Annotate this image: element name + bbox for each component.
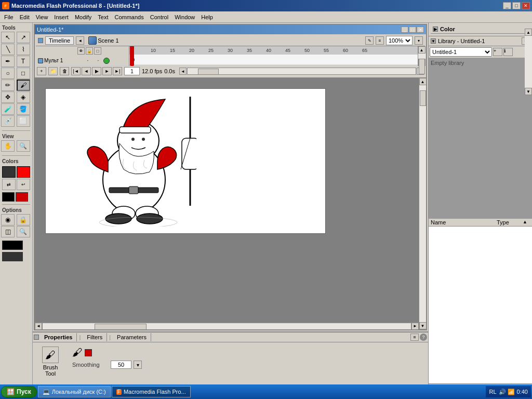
library-panel-collapse[interactable]: ▼ [431, 38, 436, 44]
smoothing-input[interactable] [111, 361, 131, 369]
tool-lasso[interactable]: ⌇ [17, 44, 30, 55]
layer-lock[interactable]: · [93, 58, 103, 63]
brush-color-icon[interactable]: 🖌 [72, 347, 83, 358]
menu-insert[interactable]: Insert [51, 13, 72, 21]
tab-parameters[interactable]: Parameters [113, 333, 151, 341]
sort-icon[interactable]: ▲ [523, 219, 530, 225]
menu-view[interactable]: View [33, 13, 51, 21]
add-layer-folder-btn[interactable]: 📁 [48, 67, 58, 75]
rpanel-vscroll-up[interactable]: ▲ [525, 29, 532, 36]
fw-close[interactable]: ✕ [417, 26, 424, 33]
frame-number[interactable] [124, 67, 140, 75]
tool-pencil[interactable]: ✏ [1, 79, 15, 91]
tab-filters[interactable]: Filters [83, 333, 107, 341]
eye-toggle[interactable]: 👁 [77, 47, 85, 55]
document-tab[interactable]: Untitled-1* [37, 26, 63, 33]
menu-window[interactable]: Window [171, 13, 198, 21]
stage-vscroll-up[interactable]: ▲ [419, 78, 427, 85]
zoom-dropdown[interactable]: ▾ [415, 36, 423, 45]
tool-fill[interactable]: ◈ [17, 91, 30, 103]
menu-modify[interactable]: Modify [72, 13, 95, 21]
fw-maximize[interactable]: □ [409, 26, 416, 33]
tool-line[interactable]: ╲ [1, 44, 15, 55]
vscroll-up[interactable]: ▲ [418, 46, 425, 54]
layer-visibility[interactable]: · [83, 58, 93, 63]
stage-container[interactable] [35, 78, 419, 322]
fw-minimize[interactable]: _ [401, 26, 408, 33]
props-collapse[interactable] [34, 335, 39, 340]
vscroll-thumb[interactable] [419, 59, 425, 74]
stage-vscroll-down[interactable]: ▼ [419, 322, 427, 329]
default-colors-btn[interactable]: ↩ [17, 179, 30, 190]
tool-rect[interactable]: □ [17, 68, 30, 79]
rpanel-vscroll-down[interactable]: ▼ [525, 88, 532, 95]
vscroll-track[interactable] [418, 54, 425, 59]
tool-eraser[interactable]: ⬜ [17, 115, 30, 127]
option-btn-3[interactable]: ◫ [1, 226, 15, 237]
stage-hscroll-right[interactable]: ► [411, 323, 419, 330]
stroke-swatch[interactable] [2, 192, 15, 202]
menu-control[interactable]: Control [147, 13, 171, 21]
timeline-collapse[interactable] [38, 38, 43, 43]
tool-brush[interactable]: 🖌 [17, 79, 30, 91]
maximize-button[interactable]: □ [512, 2, 521, 9]
lock-toggle[interactable]: 🔒 [86, 47, 93, 55]
menu-file[interactable]: File [1, 13, 17, 21]
layer-name[interactable]: Мульт 1 [44, 58, 63, 63]
library-props[interactable]: ℹ [503, 48, 513, 56]
stroke-color-btn[interactable] [2, 166, 16, 178]
stage-vscroll-track[interactable] [419, 85, 427, 322]
tool-ink[interactable]: 🧪 [1, 103, 15, 115]
stage-hscroll-track[interactable] [42, 323, 411, 330]
taskbar-item-explorer[interactable]: 💻 Локальный диск (С:) [38, 386, 111, 397]
add-layer-btn[interactable]: + [37, 67, 46, 75]
fill-color-btn[interactable] [17, 166, 30, 178]
menu-commands[interactable]: Commands [111, 13, 147, 21]
delete-layer-btn[interactable]: 🗑 [60, 67, 69, 75]
tool-eyedropper[interactable]: 💉 [1, 115, 15, 127]
library-new-symbol[interactable]: + [493, 48, 502, 56]
tool-paint-bucket[interactable]: 🪣 [17, 103, 30, 115]
option-btn-1[interactable]: ◉ [1, 214, 15, 225]
props-menu-btn[interactable]: ≡ [410, 334, 419, 341]
hscroll-track[interactable] [187, 68, 416, 75]
outline-toggle[interactable]: □ [94, 47, 101, 55]
tool-text[interactable]: T [17, 56, 30, 67]
color-panel-collapse[interactable]: ▶ [433, 26, 438, 32]
menu-help[interactable]: Help [198, 13, 216, 21]
hscroll-thumb[interactable] [198, 69, 219, 75]
fill-color-swatch[interactable] [85, 349, 92, 356]
nav-back[interactable]: ◄ [76, 36, 84, 45]
option-btn-2[interactable]: 🔒 [17, 214, 30, 225]
taskbar-item-flash[interactable]: F Macromedia Flash Pro... [112, 386, 191, 397]
stage-hscroll-thumb[interactable] [95, 324, 147, 330]
tool-oval[interactable]: ○ [1, 68, 15, 79]
menu-text[interactable]: Text [95, 13, 111, 21]
option-btn-4[interactable]: 🔍 [17, 226, 30, 237]
prev-frame-btn[interactable]: ◄ [82, 67, 91, 75]
props-help-btn[interactable]: ? [420, 334, 427, 341]
tool-hand[interactable]: ✋ [1, 140, 15, 152]
tool-zoom[interactable]: 🔍 [17, 140, 30, 152]
last-frame-btn[interactable]: ►| [113, 67, 122, 75]
rpanel-vscroll-track[interactable] [525, 36, 532, 88]
stage[interactable] [45, 88, 326, 234]
next-frame-btn[interactable]: ► [102, 67, 112, 75]
playhead-marker[interactable] [130, 46, 134, 55]
first-frame-btn[interactable]: |◄ [71, 67, 81, 75]
tab-properties[interactable]: Properties [40, 333, 77, 341]
stage-hscroll-left[interactable]: ◄ [35, 323, 42, 330]
close-button[interactable]: ✕ [522, 2, 530, 9]
tool-arrow[interactable]: ↖ [1, 32, 15, 43]
nav-scene[interactable]: ≡ [376, 36, 384, 45]
start-button[interactable]: 🪟 Пуск [1, 386, 37, 397]
tool-subselect[interactable]: ↗ [17, 32, 30, 43]
nav-edit[interactable]: ✎ [365, 36, 374, 45]
library-doc-select[interactable]: Untitled-1 [430, 47, 492, 57]
tool-pen[interactable]: ✒ [1, 56, 15, 67]
hscroll-left[interactable]: ◄ [179, 68, 187, 75]
tool-freexform[interactable]: ✥ [1, 91, 15, 103]
zoom-select[interactable]: 100% [386, 36, 413, 45]
timeline-tab[interactable]: Timeline [45, 36, 74, 45]
fill-swatch[interactable] [16, 192, 28, 202]
